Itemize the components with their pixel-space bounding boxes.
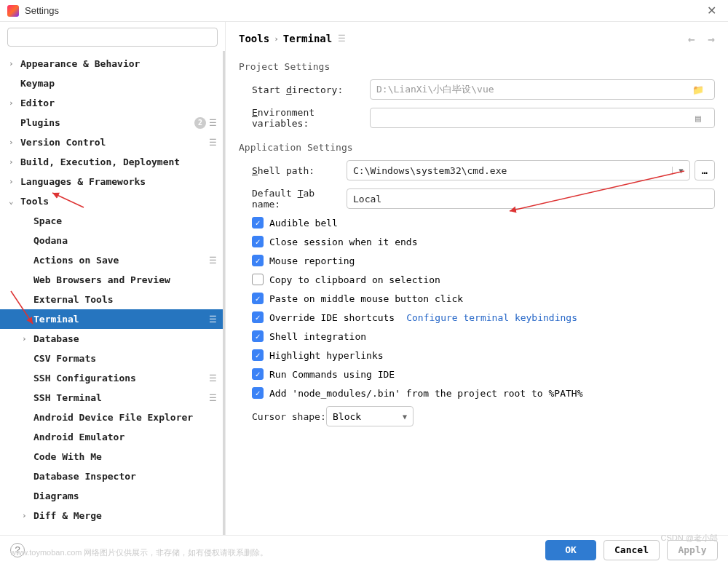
tree-item[interactable]: Android Emulator xyxy=(0,427,223,447)
tree-item[interactable]: CSV Formats xyxy=(0,349,223,368)
tree-item[interactable]: ›Editor xyxy=(0,93,223,113)
chevron-down-icon: ▼ xyxy=(403,413,407,421)
checkbox-row: ✓Close session when it ends xyxy=(239,236,715,247)
checkbox[interactable]: ✓ xyxy=(252,217,264,229)
tree-item[interactable]: ›Diff & Merge xyxy=(0,506,223,525)
tree-item-label: CSV Formats xyxy=(33,353,96,364)
tree-item-label: Code With Me xyxy=(33,451,102,462)
scope-icon: ☰ xyxy=(209,314,217,325)
window-title: Settings xyxy=(25,5,703,16)
close-icon[interactable]: ✕ xyxy=(703,4,721,17)
tree-item[interactable]: ›Database xyxy=(0,329,223,349)
tree-item[interactable]: ⌄Tools xyxy=(0,191,223,211)
tree-item-label: Terminal xyxy=(33,314,79,325)
label-env: Environment variables: xyxy=(239,107,370,129)
search-input[interactable] xyxy=(7,28,218,47)
chevron-down-icon[interactable]: ▼ xyxy=(672,167,689,175)
tree-item[interactable]: SSH Terminal☰ xyxy=(0,388,223,408)
nav-arrows: ← → xyxy=(682,32,715,46)
tree-item[interactable]: Android Device File Explorer xyxy=(0,408,223,427)
checkbox[interactable] xyxy=(252,274,264,285)
start-directory-input[interactable]: D:\LianXi\小白毕设\vue 📁 xyxy=(370,79,715,100)
tree-item[interactable]: Plugins2☰ xyxy=(0,113,223,132)
section-app: Application Settings xyxy=(239,142,715,153)
expand-icon: › xyxy=(22,511,31,520)
checkbox-row: ✓Highlight hyperlinks xyxy=(239,349,715,361)
label-cursor: Cursor shape: xyxy=(239,411,326,422)
tree-item[interactable]: ›Build, Execution, Deployment xyxy=(0,152,223,172)
checkbox[interactable]: ✓ xyxy=(252,236,264,247)
checkbox[interactable]: ✓ xyxy=(252,387,264,399)
tree-item[interactable]: Web Browsers and Preview xyxy=(0,270,223,290)
row-start-dir: Start directory: D:\LianXi\小白毕设\vue 📁 xyxy=(239,79,715,100)
forward-icon[interactable]: → xyxy=(708,32,715,46)
checkbox[interactable]: ✓ xyxy=(252,349,264,361)
default-tab-name-input[interactable]: Local xyxy=(347,188,715,209)
tree-item-label: Diagrams xyxy=(33,490,79,501)
label-shell: Shell path: xyxy=(239,165,347,176)
checkbox-label: Audible bell xyxy=(269,218,338,229)
row-tab-name: Default Tab name: Local xyxy=(239,188,715,210)
app-icon xyxy=(7,5,19,17)
tree-item[interactable]: ›Version Control☰ xyxy=(0,132,223,152)
breadcrumb-root: Tools xyxy=(239,33,269,44)
checkbox-label: Mouse reporting xyxy=(269,255,355,266)
tree-item-label: Version Control xyxy=(20,137,106,148)
browse-button[interactable]: … xyxy=(695,160,715,180)
checkbox-label: Highlight hyperlinks xyxy=(269,350,384,361)
tree-item[interactable]: Qodana xyxy=(0,231,223,250)
settings-tree[interactable]: ›Appearance & BehaviorKeymap›EditorPlugi… xyxy=(0,51,225,535)
back-icon[interactable]: ← xyxy=(688,32,695,46)
watermark: www.toymoban.com 网络图片仅供展示，非存储，如有侵权请联系删除。 xyxy=(10,547,268,558)
tree-item[interactable]: Keymap xyxy=(0,74,223,93)
checkbox-row: ✓Mouse reporting xyxy=(239,255,715,266)
checkbox[interactable]: ✓ xyxy=(252,368,264,380)
tree-item-label: Qodana xyxy=(33,235,68,246)
row-shell: Shell path: C:\Windows\system32\cmd.exe … xyxy=(239,160,715,180)
tree-item[interactable]: Database Inspector xyxy=(0,466,223,486)
shell-path-input[interactable]: C:\Windows\system32\cmd.exe ▼ xyxy=(347,160,690,180)
checkbox-label: Override IDE shortcuts xyxy=(269,312,395,323)
tree-item[interactable]: Code With Me xyxy=(0,447,223,466)
checkbox-row: ✓Shell integration xyxy=(239,330,715,342)
tree-item[interactable]: Diagrams xyxy=(0,486,223,506)
tree-item[interactable]: ›Appearance & Behavior xyxy=(0,54,223,74)
ok-button[interactable]: OK xyxy=(545,540,596,560)
tree-item[interactable]: SSH Configurations☰ xyxy=(0,368,223,388)
breadcrumb: Tools › Terminal ☰ ← → xyxy=(226,22,728,51)
checkbox-label: Run Commands using IDE xyxy=(269,369,395,380)
tree-item-label: Editor xyxy=(20,98,55,108)
main-panel: Tools › Terminal ☰ ← → Project Settings … xyxy=(226,22,728,535)
tree-item-label: Actions on Save xyxy=(33,255,119,266)
tree-item-label: Appearance & Behavior xyxy=(20,58,140,69)
section-project: Project Settings xyxy=(239,61,715,72)
expand-icon: › xyxy=(9,157,17,167)
cancel-button[interactable]: Cancel xyxy=(604,540,660,560)
checkbox-label: Close session when it ends xyxy=(269,237,418,247)
shell-path-combo: C:\Windows\system32\cmd.exe ▼ … xyxy=(347,160,715,180)
tree-item-label: Build, Execution, Deployment xyxy=(20,156,180,167)
checkbox[interactable]: ✓ xyxy=(252,311,264,323)
checkbox[interactable]: ✓ xyxy=(252,293,264,304)
checkbox[interactable]: ✓ xyxy=(252,255,264,266)
tree-item[interactable]: ›Languages & Frameworks xyxy=(0,172,223,191)
tree-item[interactable]: Terminal☰ xyxy=(0,309,223,329)
folder-icon[interactable]: 📁 xyxy=(688,84,708,95)
checkbox[interactable]: ✓ xyxy=(252,330,264,342)
chevron-right-icon: › xyxy=(274,34,279,44)
expand-icon: › xyxy=(9,98,17,108)
expand-icon: › xyxy=(22,334,31,343)
tree-item-label: SSH Terminal xyxy=(33,392,102,403)
tree-item[interactable]: External Tools xyxy=(0,290,223,309)
checkbox-row: ✓Paste on middle mouse button click xyxy=(239,293,715,304)
tree-item[interactable]: Actions on Save☰ xyxy=(0,250,223,270)
expand-icon: › xyxy=(9,138,17,147)
cursor-shape-select[interactable]: Block ▼ xyxy=(326,406,414,426)
tree-item[interactable]: Space xyxy=(0,211,223,231)
sidebar: ›Appearance & BehaviorKeymap›EditorPlugi… xyxy=(0,22,226,535)
scope-icon: ☰ xyxy=(209,255,217,266)
list-icon[interactable]: ▤ xyxy=(688,113,708,124)
tree-item-label: Database Inspector xyxy=(33,471,136,482)
env-variables-input[interactable]: ▤ xyxy=(370,108,715,128)
configure-link[interactable]: Configure terminal keybindings xyxy=(406,312,577,323)
